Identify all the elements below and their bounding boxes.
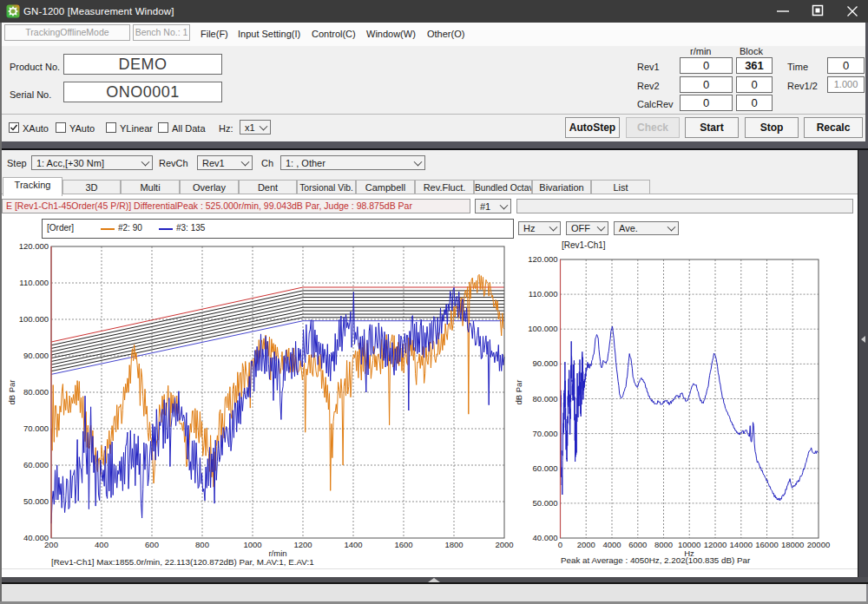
svg-text:18000: 18000 bbox=[781, 540, 804, 549]
svg-text:1200: 1200 bbox=[293, 540, 312, 549]
svg-text:60.000: 60.000 bbox=[532, 463, 557, 473]
svg-text:4000: 4000 bbox=[602, 540, 621, 549]
svg-text:2000: 2000 bbox=[577, 540, 595, 549]
svg-text:120.000: 120.000 bbox=[19, 241, 49, 251]
svg-text:1800: 1800 bbox=[444, 540, 463, 549]
svg-text:16000: 16000 bbox=[755, 540, 778, 549]
svg-text:70.000: 70.000 bbox=[23, 423, 49, 433]
svg-text:70.000: 70.000 bbox=[532, 429, 557, 438]
svg-text:1600: 1600 bbox=[394, 540, 412, 549]
svg-text:400: 400 bbox=[95, 540, 108, 549]
svg-text:Peak at Average : 4050Hz, 2.20: Peak at Average : 4050Hz, 2.202(100.835 … bbox=[561, 555, 751, 565]
svg-text:90.000: 90.000 bbox=[23, 351, 49, 360]
svg-text:120.000: 120.000 bbox=[528, 254, 557, 264]
svg-text:1400: 1400 bbox=[344, 540, 362, 549]
svg-text:20000: 20000 bbox=[807, 540, 830, 549]
svg-text:50.000: 50.000 bbox=[532, 498, 557, 508]
svg-text:40.000: 40.000 bbox=[532, 533, 557, 542]
svg-text:50.000: 50.000 bbox=[23, 496, 49, 506]
svg-text:200: 200 bbox=[44, 540, 58, 549]
svg-text:600: 600 bbox=[145, 540, 159, 549]
svg-text:8000: 8000 bbox=[654, 540, 673, 549]
svg-text:12000: 12000 bbox=[704, 540, 727, 549]
svg-text:dB Par: dB Par bbox=[514, 379, 523, 404]
svg-text:110.000: 110.000 bbox=[19, 278, 49, 287]
svg-text:dB Par: dB Par bbox=[7, 379, 16, 404]
svg-text:100.000: 100.000 bbox=[528, 324, 557, 333]
svg-text:2000: 2000 bbox=[495, 540, 513, 549]
svg-text:[Rev1-Ch1] Max:1855.0r/min, 22: [Rev1-Ch1] Max:1855.0r/min, 22.113(120.8… bbox=[51, 557, 314, 567]
svg-text:800: 800 bbox=[195, 540, 209, 549]
svg-text:100.000: 100.000 bbox=[19, 314, 49, 324]
svg-text:60.000: 60.000 bbox=[23, 460, 49, 469]
svg-text:90.000: 90.000 bbox=[532, 358, 557, 368]
svg-text:6000: 6000 bbox=[628, 540, 647, 549]
svg-text:0: 0 bbox=[558, 540, 562, 549]
svg-text:14000: 14000 bbox=[730, 540, 753, 549]
svg-text:1000: 1000 bbox=[243, 540, 261, 549]
svg-text:110.000: 110.000 bbox=[529, 289, 558, 299]
svg-text:80.000: 80.000 bbox=[532, 394, 557, 404]
svg-text:80.000: 80.000 bbox=[23, 387, 49, 397]
